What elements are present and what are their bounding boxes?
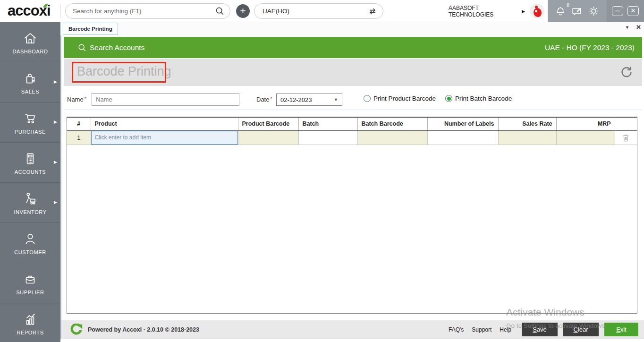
search-icon[interactable]	[215, 7, 224, 16]
sales-rate-cell	[498, 130, 556, 145]
messages-button[interactable]	[571, 5, 583, 17]
radio-circle-selected	[445, 95, 452, 102]
search-icon	[78, 43, 86, 52]
barcode-items-grid: # Product Product Barcode Batch Batch Ba…	[67, 117, 637, 314]
home-icon	[22, 30, 39, 46]
branch-name: UAE(HO)	[254, 8, 368, 15]
company-menu[interactable]: AABASOFT TECHNOLOGIES ▶	[449, 0, 525, 22]
help-link[interactable]: Help	[500, 326, 511, 333]
row-actions-cell	[615, 130, 637, 145]
chevron-down-icon: ▼	[334, 97, 338, 102]
barcode-type-radio-group: Print Product Barcode Print Batch Barcod…	[364, 95, 512, 102]
sidebar-item-sales[interactable]: SALES ▶	[0, 62, 60, 103]
close-window-button[interactable]: ✕	[627, 6, 639, 16]
submenu-arrow-icon: ▶	[54, 79, 57, 84]
col-header-batch-barcode: Batch Barcode	[357, 118, 427, 130]
batch-cell[interactable]	[298, 130, 357, 145]
name-label: Name*	[67, 96, 86, 103]
submenu-arrow-icon: ▶	[54, 120, 57, 124]
delete-row-icon[interactable]	[622, 134, 629, 142]
customer-person-icon	[22, 231, 39, 247]
product-entry-cell[interactable]: Click enter to add item	[91, 130, 238, 145]
number-of-labels-cell[interactable]	[427, 130, 498, 145]
col-header-actions	[615, 118, 637, 130]
radio-print-product-barcode[interactable]: Print Product Barcode	[364, 95, 436, 102]
sidebar-label: DASHBOARD	[12, 49, 48, 54]
col-header-index: #	[67, 118, 91, 130]
submenu-arrow-icon: ▶	[54, 200, 57, 205]
row-index-cell: 1	[67, 130, 91, 145]
faqs-link[interactable]: FAQ's	[449, 326, 464, 333]
grid-header-row: # Product Product Barcode Batch Batch Ba…	[67, 118, 637, 130]
refresh-icon[interactable]	[619, 65, 634, 79]
sales-bag-icon	[22, 70, 39, 86]
radio-label: Print Product Barcode	[373, 95, 436, 102]
name-field[interactable]	[92, 93, 239, 106]
footer-bar: Powered by Accoxi - 2.0.10 © 2018-2023 F…	[61, 320, 644, 339]
global-search[interactable]	[65, 3, 230, 19]
clear-button[interactable]: Clear	[563, 323, 599, 336]
calculator-icon	[22, 151, 39, 167]
tab-close-icon[interactable]: ✕	[636, 24, 641, 31]
col-header-product-barcode: Product Barcode	[238, 118, 298, 130]
radio-print-batch-barcode[interactable]: Print Batch Barcode	[445, 95, 512, 102]
reports-chart-icon	[22, 311, 39, 327]
sidebar-item-customer[interactable]: CUSTOMER	[0, 223, 60, 263]
sidebar-item-purchase[interactable]: PURCHASE ▶	[0, 103, 60, 143]
tab-barcode-printing[interactable]: Barcode Printing	[63, 23, 118, 35]
exit-button[interactable]: Exit	[604, 323, 638, 336]
sidebar-label: INVENTORY	[14, 209, 46, 215]
grid-entry-row: 1 Click enter to add item	[67, 130, 637, 145]
search-accounts-label: Search Accounts	[90, 43, 144, 52]
fiscal-year-label: UAE - HO (FY 2023 - 2023)	[545, 43, 635, 52]
global-search-input[interactable]	[66, 8, 215, 15]
notification-badge: 8	[567, 2, 569, 8]
inventory-trolley-icon	[21, 191, 39, 207]
footer-links: FAQ's Support Help	[449, 326, 511, 333]
minimize-button[interactable]: ─	[612, 6, 623, 16]
divider	[60, 4, 61, 18]
required-asterisk: *	[85, 96, 86, 102]
accoxi-footer-logo	[70, 324, 83, 336]
icon-tray: 8	[548, 0, 607, 22]
sidebar-nav: DASHBOARD SALES ▶ PURCHASE ▶ ACCOUNTS ▶ …	[0, 22, 60, 342]
col-header-number-of-labels: Number of Labels	[427, 118, 498, 130]
save-button[interactable]: Save	[522, 323, 558, 336]
tab-label: Barcode Printing	[68, 26, 112, 32]
support-link[interactable]: Support	[472, 326, 491, 333]
sidebar-label: PURCHASE	[15, 129, 46, 135]
switch-branch-icon[interactable]	[368, 7, 377, 16]
purchase-cart-icon	[21, 111, 39, 127]
tab-list-caret-icon[interactable]: ▼	[625, 25, 629, 30]
caret-right-icon: ▶	[522, 9, 525, 14]
powered-by-label: Powered by Accoxi - 2.0.10 © 2018-2023	[88, 326, 199, 333]
add-new-button[interactable]: +	[236, 4, 250, 18]
batch-barcode-cell	[357, 130, 427, 145]
col-header-batch: Batch	[298, 118, 357, 130]
plus-icon: +	[240, 5, 246, 16]
date-picker[interactable]: 02-12-2023 ▼	[276, 94, 342, 106]
mrp-cell	[556, 130, 615, 145]
page-title-bar: Barcode Printing	[64, 59, 642, 86]
sidebar-item-accounts[interactable]: ACCOUNTS ▶	[0, 143, 60, 183]
radio-circle-unselected	[364, 95, 371, 102]
window-controls: ─ ✕	[607, 0, 644, 22]
sidebar-item-inventory[interactable]: INVENTORY ▶	[0, 183, 60, 223]
settings-gear-button[interactable]	[588, 5, 600, 17]
search-accounts-button[interactable]: Search Accounts	[78, 43, 144, 52]
product-barcode-cell	[238, 130, 298, 145]
company-name: AABASOFT TECHNOLOGIES	[449, 5, 519, 18]
branch-selector[interactable]: UAE(HO)	[254, 3, 383, 19]
user-avatar[interactable]	[530, 4, 544, 18]
sidebar-item-supplier[interactable]: SUPPLIER	[0, 263, 60, 303]
sidebar-item-dashboard[interactable]: DASHBOARD	[0, 22, 60, 62]
divider	[64, 110, 642, 110]
notifications-button[interactable]: 8	[555, 6, 566, 17]
logo-text: acco	[8, 2, 39, 19]
accounts-bar: Search Accounts UAE - HO (FY 2023 - 2023…	[64, 37, 642, 58]
col-header-mrp: MRP	[556, 118, 615, 130]
sidebar-item-reports[interactable]: REPORTS	[0, 303, 60, 342]
sidebar-label: SUPPLIER	[16, 290, 44, 295]
accoxi-logo: accoxi	[8, 2, 51, 19]
content-left-border	[60, 35, 61, 339]
